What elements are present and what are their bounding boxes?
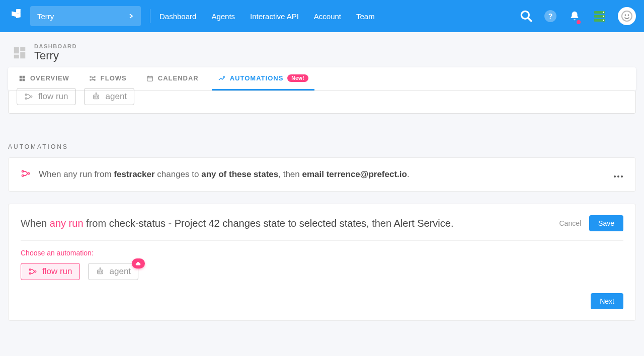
automations-icon [218,74,226,82]
avatar[interactable] [618,7,636,25]
project-selector[interactable]: Terry [30,6,141,26]
route-icon [28,267,37,276]
svg-point-5 [622,11,632,21]
more-options-icon[interactable] [613,168,623,181]
chip-label: agent [106,92,127,102]
nav-link-team[interactable]: Team [356,12,375,21]
tab-label: CALENDAR [158,74,199,82]
nav-link-account[interactable]: Account [314,12,341,21]
nav-link-agents[interactable]: Agents [211,12,235,21]
logo-icon[interactable] [8,8,24,24]
tab-label: AUTOMATIONS [230,74,284,82]
svg-point-7 [628,15,629,16]
notification-badge [577,20,581,24]
svg-point-40 [35,271,36,273]
token-flow[interactable]: check-status - Project 42 changes state [109,218,285,229]
svg-point-24 [25,94,27,96]
divider [21,240,623,241]
divider [150,9,150,23]
route-icon [21,168,31,181]
nav-link-dashboard[interactable]: Dashboard [159,12,196,21]
calendar-icon [146,74,154,82]
automation-type-flow-run[interactable]: flow run [21,263,80,280]
token-states[interactable]: selected states [299,218,366,229]
svg-rect-11 [14,55,19,59]
dashboard-icon [12,45,27,60]
svg-point-16 [90,76,91,77]
chip-label: flow run [42,266,72,277]
agents-status-icon[interactable] [593,9,607,23]
token-action[interactable]: Alert Service [394,218,451,229]
tab-label: OVERVIEW [30,74,69,82]
svg-point-26 [31,96,32,98]
svg-point-37 [621,175,623,177]
tab-calendar[interactable]: CALENDAR [140,67,205,91]
svg-rect-0 [12,12,16,17]
svg-point-43 [101,272,102,273]
tab-bar: OVERVIEW FLOWS CALENDAR AUTOMATIONS New! [8,67,636,91]
choose-automation-label: Choose an automation: [21,249,623,257]
page-title: Terry [34,49,77,62]
svg-point-17 [90,79,91,80]
svg-point-32 [22,170,24,172]
svg-point-33 [22,174,24,176]
svg-rect-10 [20,52,25,59]
svg-rect-13 [23,75,25,78]
svg-point-39 [29,273,31,274]
search-icon[interactable] [519,9,533,23]
svg-point-36 [617,175,619,177]
svg-rect-8 [14,47,19,54]
svg-rect-20 [147,76,153,80]
svg-point-35 [614,175,616,177]
token-any-run[interactable]: any run [50,218,84,229]
svg-point-6 [625,15,626,16]
automation-type-agent[interactable]: agent [84,88,135,105]
breadcrumb: DASHBOARD [34,43,77,49]
svg-rect-9 [20,47,25,51]
robot-icon [92,92,101,101]
automation-sentence: When any run from check-status - Project… [21,218,454,229]
topbar: Terry Dashboard Agents Interactive API A… [0,0,644,32]
automation-type-flow-run[interactable]: flow run [17,88,76,105]
section-divider [32,129,612,129]
section-title: AUTOMATIONS [8,143,636,150]
dashboard-icon [18,74,26,82]
automation-builder: When any run from check-status - Project… [8,204,636,321]
next-button[interactable]: Next [591,293,623,309]
svg-point-42 [98,272,99,273]
tab-automations[interactable]: AUTOMATIONS New! [212,67,314,91]
svg-rect-15 [23,78,25,81]
chevron-right-icon [129,12,134,20]
topbar-icons: ? [519,7,636,25]
tab-label: FLOWS [101,74,127,82]
svg-point-18 [94,76,95,77]
svg-point-25 [25,98,27,99]
help-icon[interactable]: ? [544,10,556,22]
automation-type-agent[interactable]: agent [88,263,139,280]
svg-rect-14 [20,78,22,81]
automation-summary: When any run from festracker changes to … [39,169,410,180]
svg-point-29 [97,97,98,98]
tab-flows[interactable]: FLOWS [83,67,133,91]
route-icon [24,92,33,101]
project-name: Terry [37,12,54,21]
cancel-button[interactable]: Cancel [559,219,581,227]
save-button[interactable]: Save [589,215,623,231]
automation-builder-partial: flow run agent [8,91,636,114]
svg-rect-12 [20,75,22,78]
tab-overview[interactable]: OVERVIEW [12,67,75,91]
nav-links: Dashboard Agents Interactive API Account… [159,12,375,21]
cloud-badge-icon [132,258,145,269]
new-badge: New! [287,74,308,82]
flow-icon [89,74,97,82]
notifications-icon[interactable] [568,9,582,23]
svg-point-38 [29,269,31,271]
svg-point-28 [94,97,95,98]
automation-row[interactable]: When any run from festracker changes to … [8,157,636,192]
chip-label: agent [110,266,131,277]
svg-rect-2 [16,13,21,18]
svg-line-4 [528,18,531,21]
svg-point-31 [96,93,97,94]
nav-link-interactive-api[interactable]: Interactive API [250,12,299,21]
robot-icon [96,267,105,276]
